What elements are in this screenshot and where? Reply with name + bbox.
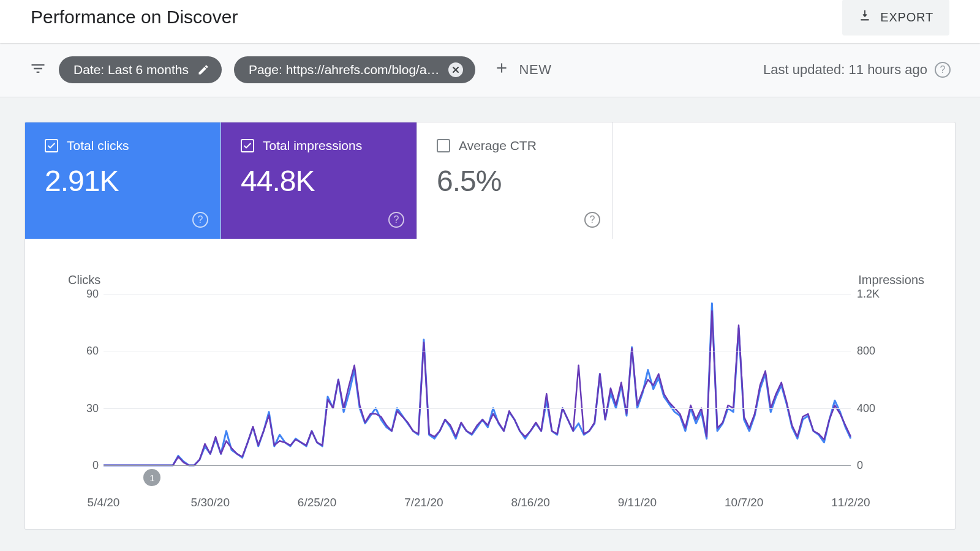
page-title: Performance on Discover — [31, 7, 238, 28]
x-tick: 7/21/20 — [404, 496, 443, 509]
y-tick-right: 1.2K — [857, 288, 894, 301]
filter-chip-page[interactable]: Page: https://ahrefs.com/blog/a… — [234, 56, 475, 83]
checkbox-icon — [45, 139, 58, 152]
new-filter-label: NEW — [519, 62, 552, 78]
checkbox-icon — [437, 139, 450, 152]
y-tick-right: 400 — [857, 402, 894, 414]
chart-series-impressions — [104, 311, 851, 465]
x-tick: 9/11/20 — [618, 496, 657, 509]
help-icon[interactable]: ? — [935, 62, 951, 78]
pencil-icon — [197, 64, 209, 76]
x-tick: 11/2/20 — [831, 496, 870, 509]
metric-tab-impressions[interactable]: Total impressions 44.8K ? — [221, 122, 417, 239]
help-icon[interactable]: ? — [192, 212, 208, 228]
help-icon[interactable]: ? — [388, 212, 404, 228]
filter-chip-date[interactable]: Date: Last 6 months — [59, 56, 222, 83]
new-filter-button[interactable]: NEW — [488, 56, 558, 83]
filter-icon[interactable] — [29, 60, 47, 80]
last-updated: Last updated: 11 hours ago ? — [763, 62, 951, 78]
y-tick-right: 0 — [857, 459, 894, 472]
y-axis-right-title: Impressions — [858, 273, 924, 287]
plus-icon — [494, 60, 510, 80]
download-icon — [858, 9, 872, 26]
y-tick-left: 60 — [74, 345, 99, 358]
metric-clicks-label: Total clicks — [67, 138, 129, 153]
help-icon[interactable]: ? — [584, 212, 600, 228]
checkbox-icon — [241, 139, 254, 152]
close-icon[interactable] — [448, 62, 463, 77]
y-tick-left: 30 — [74, 402, 99, 414]
x-tick: 5/30/20 — [191, 496, 230, 509]
metric-tabs: Total clicks 2.91K ? Total impressions 4… — [25, 122, 955, 239]
y-tick-right: 800 — [857, 345, 894, 358]
y-axis-left-title: Clicks — [68, 273, 100, 287]
chart-annotation[interactable]: 1 — [143, 469, 160, 486]
x-tick: 8/16/20 — [511, 496, 549, 509]
metric-ctr-label: Average CTR — [459, 138, 537, 153]
metric-clicks-value: 2.91K — [45, 164, 205, 198]
export-button[interactable]: EXPORT — [842, 0, 949, 36]
filter-chip-date-label: Date: Last 6 months — [74, 62, 189, 77]
metric-tab-clicks[interactable]: Total clicks 2.91K ? — [25, 122, 221, 239]
performance-card: Total clicks 2.91K ? Total impressions 4… — [24, 122, 956, 530]
export-label: EXPORT — [880, 10, 933, 24]
filter-chip-page-label: Page: https://ahrefs.com/blog/a… — [249, 62, 440, 77]
chart-plot: 030609004008001.2K1 — [104, 294, 851, 465]
metric-impressions-label: Total impressions — [263, 138, 362, 153]
last-updated-label: Last updated: 11 hours ago — [763, 62, 927, 78]
top-bar: Performance on Discover EXPORT — [0, 0, 980, 43]
y-tick-left: 90 — [74, 288, 99, 301]
filter-bar: Date: Last 6 months Page: https://ahrefs… — [0, 43, 980, 97]
metric-impressions-value: 44.8K — [241, 164, 401, 198]
x-tick: 5/4/20 — [88, 496, 120, 509]
x-tick: 10/7/20 — [725, 496, 763, 509]
chart-area: Clicks Impressions 030609004008001.2K1 5… — [25, 239, 955, 529]
x-tick: 6/25/20 — [298, 496, 336, 509]
x-axis-labels: 5/4/205/30/206/25/207/21/208/16/209/11/2… — [104, 496, 851, 511]
metric-tab-ctr[interactable]: Average CTR 6.5% ? — [417, 122, 613, 239]
y-tick-left: 0 — [74, 459, 99, 472]
metric-ctr-value: 6.5% — [437, 164, 597, 198]
